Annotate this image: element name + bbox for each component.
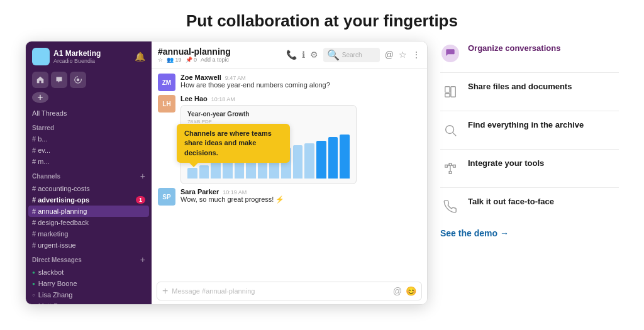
- divider-3: [440, 149, 619, 150]
- channel-urgent-issue[interactable]: # urgent-issue: [26, 239, 152, 251]
- page-title: Put collaboration at your fingertips: [186, 11, 458, 31]
- sidebar: A1 Marketing Arcadio Buendia 🔔: [26, 41, 152, 304]
- msg-time-1: 9:47 AM: [225, 75, 246, 81]
- channel-accounting-costs[interactable]: # accounting-costs: [26, 183, 152, 194]
- input-placeholder[interactable]: Message #annual-planning: [172, 287, 389, 295]
- status-dot-harry: ●: [32, 281, 35, 287]
- dm-harry[interactable]: ● Harry Boone: [26, 278, 152, 289]
- message-3: SP Sara Parker 10:19 AM Wow, so much gre…: [158, 188, 421, 206]
- feature-title-archive: Find everything in the archive: [468, 120, 584, 131]
- starred-item-2[interactable]: # ev...: [26, 145, 152, 156]
- chat-area: #annual-planning ☆ 👥 19 📌 0 Add a topic …: [152, 41, 427, 304]
- msg-author-3: Sara Parker: [180, 188, 219, 195]
- message-input[interactable]: + Message #annual-planning @ 😊: [157, 282, 422, 300]
- add-button[interactable]: +: [32, 92, 48, 103]
- input-plus-icon[interactable]: +: [162, 285, 168, 297]
- feature-title-share: Share files and documents: [468, 82, 572, 92]
- emoji-icon[interactable]: 😊: [406, 286, 416, 296]
- mention-icon-btn[interactable]: [70, 72, 86, 88]
- search-placeholder: Search: [342, 52, 362, 58]
- msg-author-2: Lee Hao: [180, 95, 208, 102]
- phone-icon[interactable]: 📞: [286, 50, 297, 60]
- channel-advertising-ops[interactable]: # advertising-ops 1: [26, 194, 152, 206]
- bell-icon[interactable]: 🔔: [135, 52, 145, 62]
- organize-icon-circle: [441, 45, 459, 62]
- channel-meta-star: ☆: [158, 57, 163, 63]
- settings-icon[interactable]: ⚙: [310, 50, 318, 60]
- info-icon[interactable]: ℹ: [302, 50, 305, 60]
- workspace-name: A1 Marketing: [53, 49, 101, 58]
- msg-time-2: 10:18 AM: [211, 96, 235, 102]
- channel-title-row: #annual-planning ☆ 👥 19 📌 0 Add a topic: [158, 47, 231, 63]
- feature-talkface[interactable]: Talk it out face-to-face: [440, 197, 619, 217]
- chat-header: #annual-planning ☆ 👥 19 📌 0 Add a topic …: [152, 41, 427, 69]
- star-icon[interactable]: ☆: [399, 50, 407, 60]
- msg-header-3: Sara Parker 10:19 AM: [180, 188, 421, 195]
- workspace-logo: [32, 48, 50, 65]
- channel-topic[interactable]: Add a topic: [201, 57, 229, 63]
- channels-label: Channels: [32, 173, 60, 180]
- chart-bar-12: [328, 137, 338, 179]
- feature-organize[interactable]: Organize conversations: [440, 43, 619, 63]
- starred-item-3[interactable]: # m...: [26, 156, 152, 167]
- chart-bar-2: [211, 162, 221, 179]
- avatar-sara: SP: [158, 188, 175, 206]
- channel-design-feedback[interactable]: # design-feedback: [26, 217, 152, 228]
- at-input-icon[interactable]: @: [393, 286, 402, 296]
- msg-content-3: Sara Parker 10:19 AM Wow, so much great …: [180, 188, 421, 204]
- channels-header: Channels +: [26, 167, 152, 183]
- msg-text-3: Wow, so much great progress! ⚡: [180, 195, 421, 204]
- add-dm-icon[interactable]: +: [140, 255, 145, 265]
- content-area: A1 Marketing Arcadio Buendia 🔔: [25, 41, 619, 305]
- feature-title-talkface: Talk it out face-to-face: [468, 197, 554, 207]
- channel-members: 👥 19: [167, 57, 182, 63]
- home-icon-btn[interactable]: [32, 72, 48, 88]
- msg-text-1: How are those year-end numbers coming al…: [180, 81, 421, 89]
- chart-bar-9: [293, 145, 303, 179]
- chart-bar-13: [340, 135, 350, 179]
- see-demo-link[interactable]: See the demo →: [440, 228, 619, 238]
- dm-label: Direct Messages: [32, 256, 82, 263]
- chart-title: Year-on-year Growth: [187, 111, 350, 118]
- feature-text-organize: Organize conversations: [468, 43, 560, 54]
- sidebar-icon-row: [26, 68, 152, 92]
- divider-4: [440, 187, 619, 188]
- search-box[interactable]: 🔍 Search: [323, 48, 380, 62]
- more-icon[interactable]: ⋮: [412, 50, 421, 60]
- feature-integrate[interactable]: Integrate your tools: [440, 158, 619, 179]
- chart-bar-11: [316, 141, 326, 179]
- svg-rect-3: [451, 87, 455, 97]
- add-channel-icon[interactable]: +: [140, 171, 145, 181]
- channel-marketing[interactable]: # marketing: [26, 228, 152, 239]
- chart-bar-1: [199, 165, 209, 179]
- feature-title-organize: Organize conversations: [468, 43, 560, 54]
- all-threads[interactable]: All Threads: [26, 107, 152, 121]
- dm-name-matt: Matt Brewer: [38, 302, 75, 305]
- search-icon: 🔍: [327, 49, 340, 61]
- channel-annual-planning[interactable]: # annual-planning: [28, 206, 149, 217]
- divider-2: [440, 111, 619, 111]
- dm-lisa[interactable]: ○ Lisa Zhang: [26, 289, 152, 300]
- feature-text-integrate: Integrate your tools: [468, 158, 544, 169]
- starred-item-1[interactable]: # b...: [26, 133, 152, 145]
- divider-1: [440, 72, 619, 73]
- message-1: ZM Zoe Maxwell 9:47 AM How are those yea…: [158, 74, 421, 91]
- dm-matt[interactable]: ○ Matt Brewer: [26, 300, 152, 305]
- feature-share[interactable]: Share files and documents: [440, 82, 619, 102]
- badge-advertising: 1: [136, 196, 145, 204]
- msg-time-3: 10:19 AM: [223, 189, 247, 195]
- status-dot-lisa: ○: [32, 292, 35, 298]
- chat-icon-btn[interactable]: [51, 72, 67, 88]
- svg-point-0: [77, 79, 80, 82]
- dm-slackbot[interactable]: ● slackbot: [26, 267, 152, 278]
- feature-icon-talkface: [440, 197, 460, 217]
- workspace-info: A1 Marketing Arcadio Buendia: [32, 48, 101, 65]
- starred-label: Starred: [26, 121, 152, 133]
- chat-header-icons: 📞 ℹ ⚙ 🔍 Search @ ☆ ⋮: [286, 48, 421, 62]
- feature-text-share: Share files and documents: [468, 82, 572, 92]
- chart-bar-10: [304, 143, 314, 179]
- at-icon[interactable]: @: [385, 50, 394, 60]
- feature-archive[interactable]: Find everything in the archive: [440, 120, 619, 140]
- status-dot-slackbot: ●: [32, 270, 35, 275]
- channel-meta: ☆ 👥 19 📌 0 Add a topic: [158, 57, 231, 63]
